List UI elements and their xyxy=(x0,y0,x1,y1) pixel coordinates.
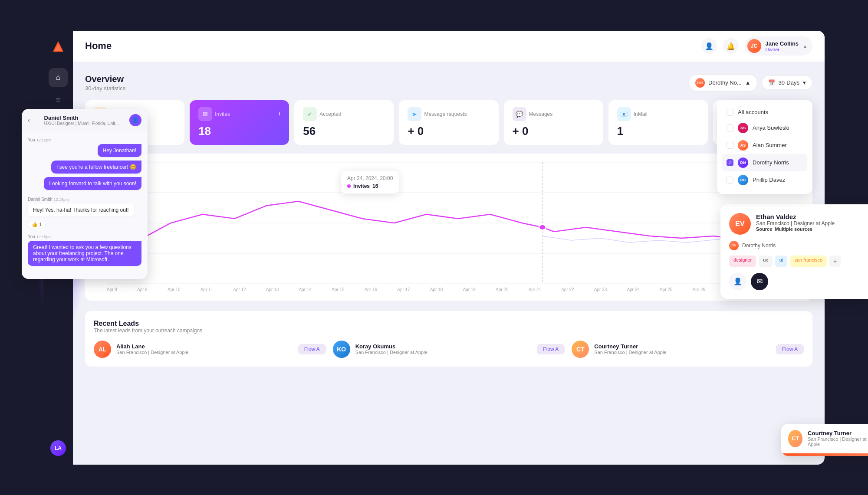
chart-x-axis: Apr 8 Apr 9 Apr 10 Apr 11 Apr 12 Apr 13 … xyxy=(107,287,804,292)
dorothy-checkbox[interactable]: ✓ xyxy=(727,159,733,166)
chat-user-icon-button[interactable]: 👤 xyxy=(129,114,141,126)
flow-badge[interactable]: Flow A xyxy=(298,344,326,354)
overview-title-group: Overview 30-day statistics xyxy=(85,74,125,92)
dorothy-avatar: DN xyxy=(738,157,748,168)
tag-designer: designer xyxy=(729,256,756,267)
anya-avatar: AS xyxy=(738,123,748,133)
dropdown-item-anya[interactable]: AS Anya Suwleski xyxy=(722,119,807,137)
lead-card-avatar: EV xyxy=(729,213,751,235)
lead-card-assigned: DN Dorothy Norris xyxy=(729,241,868,250)
list-item: CT Courtney Turner San Francisco | Desig… xyxy=(572,341,804,358)
chart-svg xyxy=(107,162,804,284)
tag-ui: ui xyxy=(775,256,788,267)
chevron-down-icon: ▲ xyxy=(803,44,807,49)
chart-area: Apr 24, 2024, 20:00 Invites 16 xyxy=(107,162,804,284)
dropdown-item-alan[interactable]: AS Alan Summer xyxy=(722,137,807,154)
chat-reaction: 👍 1 xyxy=(28,220,46,229)
sidebar-item-home[interactable]: ⌂ xyxy=(49,68,68,87)
list-item: KO Koray Okumus San Francisco | Designer… xyxy=(333,341,565,358)
recent-leads: Recent Leads The latest leads from your … xyxy=(85,311,812,367)
notifications-button[interactable]: 🔔 xyxy=(723,38,739,54)
invites-info: ℹ xyxy=(279,111,280,116)
overview-header: Overview 30-day statistics DN Dorothy No… xyxy=(85,74,812,92)
inmail-icon: 📧 xyxy=(617,107,631,121)
lead-message-button[interactable]: ✉ xyxy=(751,273,768,290)
lead-card: EV Ethan Valdez San Francisco | Designer… xyxy=(720,204,868,299)
message-group: Daniel Smith 12:15pm Hey! Yes, ha-ha! Th… xyxy=(28,197,141,229)
lead-avatar: AL xyxy=(94,341,111,358)
section-controls: DN Dorothy No... ▲ 📅 30-Days ▾ xyxy=(689,74,812,92)
lead-info: Aliah Lane San Francisco | Designer at A… xyxy=(116,343,188,355)
account-icon: 👤 xyxy=(705,42,713,50)
flow-badge[interactable]: Flow A xyxy=(537,344,565,354)
page-content: Overview 30-day statistics DN Dorothy No… xyxy=(73,62,825,465)
sidebar-user-avatar[interactable]: LA xyxy=(50,440,66,456)
accepted-icon: ✓ xyxy=(303,107,317,121)
svg-point-8 xyxy=(539,225,546,230)
period-filter-button[interactable]: 📅 30-Days ▾ xyxy=(762,75,812,90)
dropdown-item-phillip[interactable]: PD Phillip Davez xyxy=(722,171,807,189)
leads-header: Recent Leads The latest leads from your … xyxy=(94,320,804,334)
sidebar-item-menu[interactable]: ≡ xyxy=(49,91,68,110)
messages-icon: 💬 xyxy=(513,107,526,121)
flow-card-avatar: CT xyxy=(788,430,802,447)
chat-body[interactable]: You 12:15pm Hey Jonathan! I see you're a… xyxy=(22,131,148,279)
tag-san-francisco: san francisco xyxy=(790,256,827,267)
anya-checkbox[interactable] xyxy=(727,125,733,131)
chat-panel: ‹ Daniel Smith UX/UI Designer | Miami, F… xyxy=(22,109,148,279)
chat-bubble: Hey! Yes, ha-ha! Thanks for reaching out… xyxy=(28,203,134,216)
alan-avatar: AS xyxy=(738,140,748,151)
overview-subtitle: 30-day statistics xyxy=(85,85,125,92)
chat-bubble: Looking forward to talk with you soon! xyxy=(44,177,141,190)
chevron-down-icon: ▾ xyxy=(803,79,806,86)
stat-card-invites: ✉ Invites ℹ 18 xyxy=(190,100,289,145)
user-badge[interactable]: JC Jane Collins Owner ▲ xyxy=(745,36,812,56)
header: Home 👤 🔔 JC Jane Collins Owner ▲ xyxy=(73,31,825,62)
tooltip-dot xyxy=(347,184,351,188)
alan-checkbox[interactable] xyxy=(727,142,733,149)
chart-tooltip: Apr 24, 2024, 20:00 Invites 16 xyxy=(341,171,399,193)
phillip-checkbox[interactable] xyxy=(727,177,733,184)
flow-card-top: CT Courtney Turner San Francisco | Desig… xyxy=(781,424,868,453)
account-filter-button[interactable]: DN Dorothy No... ▲ xyxy=(689,74,757,92)
message-group: You 12:15pm Hey Jonathan! I see you're a… xyxy=(28,138,141,192)
chat-bubble: Hey Jonathan! xyxy=(98,144,141,157)
message-group: You 12:15pm Great! I wanted to ask you a… xyxy=(28,234,141,268)
bell-icon: 🔔 xyxy=(727,42,735,50)
lead-card-info: Ethan Valdez San Francisco | Designer at… xyxy=(756,213,835,232)
invites-icon: ✉ xyxy=(198,107,212,121)
header-actions: 👤 🔔 JC Jane Collins Owner ▲ xyxy=(701,36,812,56)
lead-card-actions: 👤 ✉ xyxy=(729,273,868,290)
account-dropdown: All accounts AS Anya Suwleski AS Alan Su… xyxy=(717,100,812,194)
menu-icon: ≡ xyxy=(56,95,61,105)
dropdown-item-dorothy[interactable]: ✓ DN Dorothy Norris xyxy=(722,154,807,171)
lead-card-header: EV Ethan Valdez San Francisco | Designer… xyxy=(729,213,868,235)
tags-row: designer ux ui san francisco + xyxy=(729,256,868,267)
leads-title: Recent Leads xyxy=(94,320,804,328)
chat-header: ‹ Daniel Smith UX/UI Designer | Miami, F… xyxy=(22,109,148,131)
chat-user-info: Daniel Smith UX/UI Designer | Miami, Flo… xyxy=(44,115,119,126)
page-title: Home xyxy=(85,40,112,52)
list-item: AL Aliah Lane San Francisco | Designer a… xyxy=(94,341,326,358)
overview-title: Overview xyxy=(85,74,125,84)
chat-back-button[interactable]: ‹ xyxy=(28,116,30,124)
message-requests-icon: ➤ xyxy=(408,107,421,121)
phillip-avatar: PD xyxy=(738,175,748,185)
user-info: Jane Collins Owner xyxy=(766,40,799,52)
chevron-up-icon: ▲ xyxy=(745,79,751,86)
add-tag-button[interactable]: + xyxy=(829,256,841,267)
leads-subtitle: The latest leads from your outreach camp… xyxy=(94,328,804,334)
lead-profile-button[interactable]: 👤 xyxy=(729,273,746,290)
dropdown-item-all[interactable]: All accounts xyxy=(722,105,807,119)
home-icon: ⌂ xyxy=(56,73,61,82)
lead-avatar: KO xyxy=(333,341,350,358)
account-icon-button[interactable]: 👤 xyxy=(701,38,717,54)
stat-card-message-requests: ➤ Message requests + 0 xyxy=(399,100,498,145)
flow-badge[interactable]: Flow A xyxy=(776,344,804,354)
tag-ux: ux xyxy=(759,256,773,267)
flow-card-info: Courtney Turner San Francisco | Designer… xyxy=(808,430,867,447)
chat-bubble: Great! I wanted to ask you a few questio… xyxy=(28,241,141,266)
chart-container: 20 15 10 5 xyxy=(85,154,812,301)
all-accounts-checkbox[interactable] xyxy=(727,109,733,116)
calendar-icon: 📅 xyxy=(768,79,775,86)
